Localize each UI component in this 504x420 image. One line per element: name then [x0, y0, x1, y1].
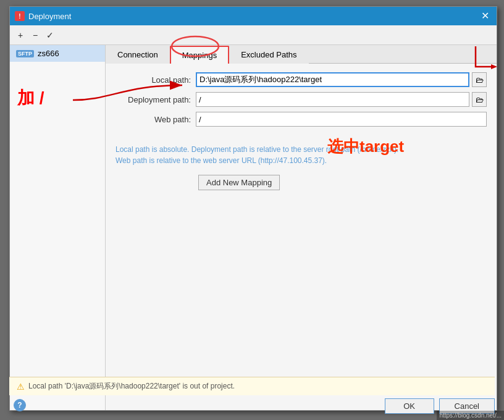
help-line2: Web path is relative to the web server U… — [116, 155, 487, 166]
tab-excluded-paths[interactable]: Excluded Paths — [229, 46, 308, 64]
help-text: Local path is absolute. Deployment path … — [106, 140, 497, 172]
sidebar-item-zs666[interactable]: SFTP zs666 — [10, 45, 105, 62]
web-path-input[interactable] — [196, 112, 487, 127]
deployment-path-row: Deployment path: 🗁 — [116, 92, 487, 107]
web-path-row: Web path: — [116, 112, 487, 127]
deployment-path-input-wrap: 🗁 — [196, 92, 487, 107]
tab-connection[interactable]: Connection — [106, 46, 170, 64]
toolbar: + − ✓ — [10, 25, 497, 45]
title-bar-left: ! Deployment — [15, 11, 71, 21]
add-mapping-area: Add New Mapping — [106, 172, 497, 196]
deployment-dialog: ! Deployment ✕ + − ✓ SFTP zs666 Connecti… — [9, 6, 497, 411]
tab-mappings[interactable]: Mappings — [170, 46, 229, 64]
right-panel: Connection Mappings Excluded Paths Local… — [106, 45, 497, 410]
sftp-badge: SFTP — [16, 50, 34, 57]
warning-bar: ⚠ Local path 'D:\java源码系列\hadoop222\targ… — [9, 377, 495, 395]
remove-button[interactable]: − — [28, 28, 42, 42]
web-path-input-wrap — [196, 112, 487, 127]
deployment-path-browse-button[interactable]: 🗁 — [472, 92, 487, 107]
tabs: Connection Mappings Excluded Paths — [106, 45, 497, 64]
add-button[interactable]: + — [14, 28, 27, 42]
close-button[interactable]: ✕ — [479, 11, 492, 21]
sidebar: SFTP zs666 — [10, 45, 106, 410]
local-path-input[interactable] — [196, 72, 469, 87]
ok-button[interactable]: OK — [385, 398, 434, 414]
main-content: SFTP zs666 Connection Mappings Excluded … — [10, 45, 497, 410]
form-area: Local path: 🗁 Deployment path: 🗁 — [106, 64, 497, 140]
confirm-button[interactable]: ✓ — [43, 28, 57, 42]
local-path-input-wrap: 🗁 — [196, 72, 487, 87]
local-path-browse-button[interactable]: 🗁 — [472, 72, 487, 87]
warning-icon: ⚠ — [17, 382, 25, 392]
deployment-path-label: Deployment path: — [116, 95, 196, 104]
app-icon: ! — [15, 11, 25, 21]
local-path-row: Local path: 🗁 — [116, 72, 487, 87]
web-path-label: Web path: — [116, 115, 196, 124]
help-line1: Local path is absolute. Deployment path … — [116, 144, 487, 155]
help-button[interactable]: ? — [14, 399, 26, 411]
warning-text: Local path 'D:\java源码系列\hadoop222\target… — [28, 381, 235, 392]
watermark: https://blog.csdn.net/... — [437, 411, 504, 420]
add-new-mapping-button[interactable]: Add New Mapping — [198, 175, 280, 190]
title-bar: ! Deployment ✕ — [10, 7, 497, 25]
deployment-path-input[interactable] — [196, 92, 469, 107]
dialog-title: Deployment — [28, 12, 71, 21]
sidebar-item-label: zs666 — [38, 49, 59, 58]
local-path-label: Local path: — [116, 75, 196, 85]
